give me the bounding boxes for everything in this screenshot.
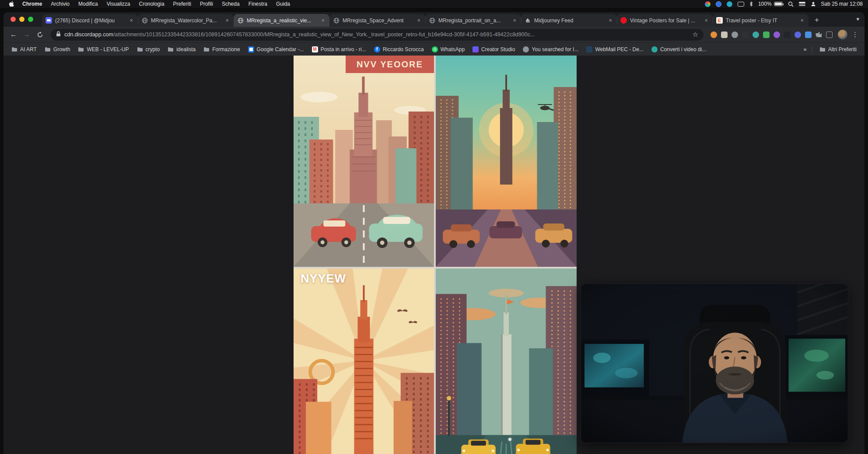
reload-button[interactable] xyxy=(34,29,46,40)
tab-close-icon[interactable]: × xyxy=(416,17,422,24)
tab-close-icon[interactable]: × xyxy=(511,17,518,24)
bookmark-folder-crypto[interactable]: crypto xyxy=(133,45,164,54)
globe-favicon xyxy=(237,17,244,24)
fullscreen-window-button[interactable] xyxy=(28,17,33,22)
tab-portrait[interactable]: MRregista_portrait_on_a... × xyxy=(425,14,521,27)
extensions-puzzle-icon[interactable] xyxy=(816,31,822,38)
poster-sunset-skyline[interactable] xyxy=(436,56,577,267)
extension-icon-6[interactable] xyxy=(763,31,770,38)
minimize-window-button[interactable] xyxy=(19,17,24,22)
poster-1-art xyxy=(294,56,434,267)
tab-space-adventure[interactable]: MRregista_Space_Advent × xyxy=(329,14,425,27)
user-switch-icon[interactable] xyxy=(811,1,816,7)
extension-icon-2[interactable] xyxy=(721,31,728,38)
bookmark-you-searched[interactable]: You searched for I... xyxy=(519,45,582,54)
menu-guida[interactable]: Guida xyxy=(272,1,294,7)
bookmark-google-calendar[interactable]: Google Calendar -... xyxy=(245,45,308,54)
address-bar[interactable]: cdn.discordapp.com/attachments/101351233… xyxy=(51,29,704,41)
extension-icon-1[interactable] xyxy=(710,31,717,38)
bookmark-star-icon[interactable]: ☆ xyxy=(693,31,698,38)
tab-midjourney-feed[interactable]: Midjourney Feed × xyxy=(521,14,617,27)
bookmark-converti-video[interactable]: Converti i video di... xyxy=(648,45,710,54)
profile-avatar[interactable] xyxy=(838,30,847,39)
tab-label: MRregista_Watercolor_Pa... xyxy=(151,17,221,24)
tab-search-chevron-icon[interactable]: ▾ xyxy=(856,16,859,22)
bookmark-folder-formazione[interactable]: Formazione xyxy=(200,45,243,54)
poster-taxi-street[interactable] xyxy=(436,269,577,454)
bookmark-label: Posta in arrivo - ri... xyxy=(321,46,366,52)
poster-3-title: NYYEW xyxy=(301,272,346,286)
bookmark-folder-ai-art[interactable]: AI ART xyxy=(8,45,40,54)
bluetooth-icon[interactable] xyxy=(749,1,753,7)
spotlight-icon[interactable] xyxy=(788,1,794,7)
menu-archivio[interactable]: Archivio xyxy=(47,1,74,7)
url-text: cdn.discordapp.com/attachments/101351233… xyxy=(64,31,689,38)
bookmark-facebook-profile[interactable]: f Riccardo Scrocca xyxy=(371,45,427,54)
tab-label: Vintage Posters for Sale | ... xyxy=(630,17,700,24)
bookmark-label: You searched for I... xyxy=(532,46,578,52)
menu-scheda[interactable]: Scheda xyxy=(218,1,244,7)
teal-app-status-icon[interactable] xyxy=(727,1,732,7)
creator-studio-icon xyxy=(472,46,479,52)
extension-icon-7[interactable] xyxy=(774,31,780,38)
new-tab-button[interactable]: + xyxy=(811,14,822,26)
other-bookmarks-folder[interactable]: Altri Preferiti xyxy=(816,45,860,54)
back-button[interactable]: ← xyxy=(8,29,19,40)
tab-close-icon[interactable]: × xyxy=(128,17,134,24)
folder-icon xyxy=(203,46,210,52)
bookmark-creator-studio[interactable]: Creator Studio xyxy=(469,45,518,54)
tab-discord[interactable]: (2765) Discord | @Midjou × xyxy=(42,14,138,27)
menubar-clock[interactable]: Sab 25 mar 12:08 xyxy=(821,1,863,7)
tab-etsy[interactable]: E Travel poster - Etsy IT × xyxy=(713,14,808,27)
tab-close-icon[interactable]: × xyxy=(607,17,613,24)
menu-modifica[interactable]: Modifica xyxy=(74,1,102,7)
poster-empire-sunburst[interactable]: NYYEW xyxy=(294,269,434,454)
extension-icon-8[interactable] xyxy=(784,31,791,38)
bookmark-gmail-inbox[interactable]: M Posta in arrivo - ri... xyxy=(308,45,370,54)
bookmark-folder-growth[interactable]: Growth xyxy=(41,45,74,54)
battery-indicator[interactable]: 100% xyxy=(758,1,783,7)
folder-icon xyxy=(11,46,18,52)
tab-realistic-view-active[interactable]: MRregista_a_realistic_vie... × xyxy=(234,14,329,27)
extension-icon-9[interactable] xyxy=(794,31,801,38)
menu-finestra[interactable]: Finestra xyxy=(245,1,271,7)
tab-watercolor[interactable]: MRregista_Watercolor_Pa... × xyxy=(138,14,234,27)
translate-extension-icon[interactable] xyxy=(805,31,812,38)
apple-menu-icon[interactable] xyxy=(5,1,18,7)
tab-label: Midjourney Feed xyxy=(534,17,604,24)
menubar-app-name[interactable]: Chrome xyxy=(18,1,46,7)
split-view-icon[interactable] xyxy=(826,31,833,38)
chrome-menu-kebab-icon[interactable]: ⋮ xyxy=(850,31,860,38)
tab-vintage-posters[interactable]: Vintage Posters for Sale | ... × xyxy=(617,14,713,27)
menu-profili[interactable]: Profili xyxy=(196,1,217,7)
menu-visualizza[interactable]: Visualizza xyxy=(103,1,134,7)
poster-new-york-vintage-cars[interactable]: NVV YEOORE xyxy=(294,56,434,267)
forward-button[interactable]: → xyxy=(21,29,32,40)
folder-icon xyxy=(45,46,51,52)
menubar-left: Chrome Archivio Modifica Visualizza Cron… xyxy=(0,1,294,7)
bookmark-folder-idealista[interactable]: idealista xyxy=(164,45,199,54)
tab-label: Travel poster - Etsy IT xyxy=(726,17,796,24)
bookmark-whatsapp[interactable]: WhatsApp xyxy=(428,45,468,54)
display-icon[interactable] xyxy=(738,2,744,7)
bookmark-label: Altri Preferiti xyxy=(828,46,857,52)
extension-icon-5[interactable] xyxy=(752,31,759,38)
bookmark-webmail-pec[interactable]: WebMail PEC - De... xyxy=(583,45,647,54)
color-wheel-icon[interactable] xyxy=(705,1,710,7)
webcam-overlay[interactable] xyxy=(581,283,848,443)
poster-1-title: NVV YEOORE xyxy=(357,59,423,70)
bookmarks-overflow-chevrons[interactable]: » xyxy=(802,46,808,52)
extension-icon-4[interactable] xyxy=(742,31,749,38)
tab-close-icon[interactable]: × xyxy=(320,17,326,24)
blue-app-status-icon[interactable] xyxy=(716,1,721,7)
bookmark-label: WhatsApp xyxy=(441,46,465,52)
tab-close-icon[interactable]: × xyxy=(703,17,709,24)
extension-icon-3[interactable] xyxy=(732,31,738,38)
menu-cronologia[interactable]: Cronologia xyxy=(135,1,168,7)
tab-close-icon[interactable]: × xyxy=(224,17,230,24)
tab-close-icon[interactable]: × xyxy=(799,17,805,24)
close-window-button[interactable] xyxy=(10,17,16,22)
menu-preferiti[interactable]: Preferiti xyxy=(169,1,195,7)
control-center-icon[interactable] xyxy=(799,2,805,6)
bookmark-folder-web-level-up[interactable]: WEB - LEVEL-UP xyxy=(74,45,132,54)
